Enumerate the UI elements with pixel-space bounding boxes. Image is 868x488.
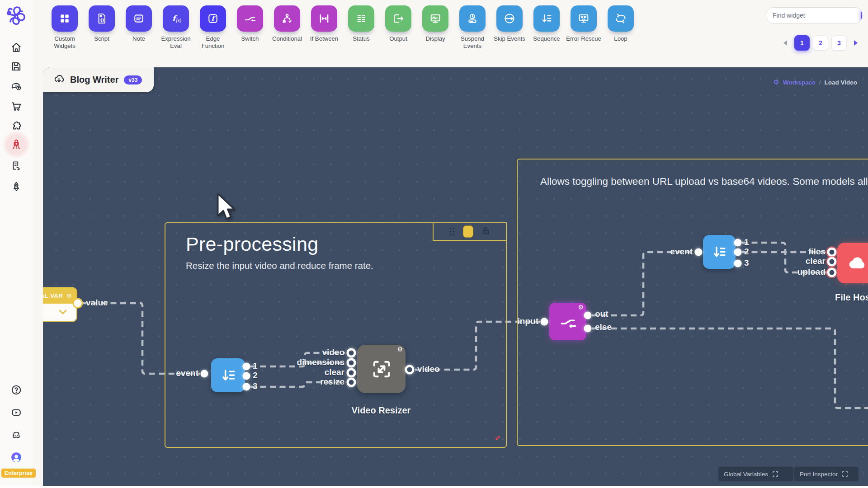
group-subtitle: Resize the input video and reduce frame … [186,260,373,271]
widget-custom-widgets[interactable]: Custom Widgets [46,5,83,49]
sidebar-item-launch[interactable] [10,181,22,192]
flow-tab[interactable]: Blog Writer v33 [43,67,154,92]
port-resize-in[interactable] [347,378,356,387]
sidebar-item-plugins[interactable] [10,120,22,132]
group-preprocessing[interactable]: Pre-processing Resize the input video an… [165,222,507,448]
port-seq2-2[interactable] [734,249,742,256]
port-upload-in[interactable] [827,268,837,277]
flow-canvas[interactable]: Blog Writer v33 ⚙ Workspace / Load Video… [43,67,868,486]
port-input-in[interactable] [541,318,548,326]
widget-switch[interactable]: Switch [231,5,269,49]
port-clear-in[interactable] [347,368,356,378]
port-seq-2[interactable] [243,372,250,380]
port-video-in[interactable] [347,348,356,358]
port-seq2-1[interactable] [734,239,742,247]
port-out[interactable] [584,312,592,319]
search-button[interactable] [861,8,863,23]
widget-edge-function[interactable]: f Edge Function [194,5,231,49]
node-global-var[interactable]: GLOBAL VAR ⚙ [43,288,76,321]
expand-icon [842,471,848,477]
widget-status[interactable]: Status [343,5,380,49]
port-clear2-in[interactable] [827,257,837,267]
port-seq-3[interactable] [243,383,250,391]
script-file-icon [89,5,115,32]
widget-display[interactable]: Display [417,5,454,49]
chevron-left-icon [783,40,787,46]
sidebar-item-videos[interactable] [10,407,22,418]
port-value-out[interactable] [74,300,82,307]
if-between-icon [311,5,337,32]
node-file-host[interactable] [837,243,868,283]
port-event2-in[interactable] [695,249,703,256]
port-else[interactable] [584,325,592,333]
sidebar-item-save[interactable] [10,61,22,72]
port-files-in[interactable] [827,248,837,257]
port-label-r1: 1 [744,237,749,247]
sidebar-item-secrets[interactable] [10,139,22,150]
widget-output[interactable]: Output [380,5,417,49]
page-button-2[interactable]: 2 [813,35,828,51]
gear-icon[interactable]: ⚙ [578,304,584,310]
sidebar-item-cart[interactable] [10,100,22,112]
node-video-resizer[interactable]: ⚙ [357,345,406,393]
sidebar-item-home[interactable] [10,42,22,53]
port-seq-1[interactable] [243,363,250,371]
widget-list: Custom Widgets Script Note f(x) Expressi… [46,5,639,49]
group-upload-toggle[interactable]: Allows toggling between URL upload vs ba… [517,159,868,446]
sidebar-item-account-avatar[interactable] [10,451,22,463]
widget-note[interactable]: Note [120,5,157,49]
global-variables-label: Global Variables [724,471,768,478]
port-label-2: 2 [253,371,258,380]
switch-icon [237,5,263,32]
group-color-swatch[interactable] [463,225,473,238]
widget-toolbar: Custom Widgets Script Note f(x) Expressi… [33,0,868,67]
group-resize-icon[interactable] [495,434,500,442]
widget-suspend-events[interactable]: Suspend Events [454,5,491,49]
sidebar-item-help[interactable] [10,384,22,396]
widget-loop[interactable]: Loop [602,5,639,49]
resize-icon [370,357,393,381]
port-video-out[interactable] [405,365,415,375]
port-event-in[interactable] [201,370,208,378]
node-sequence-left[interactable] [211,358,245,392]
unlock-icon[interactable] [481,226,490,237]
widget-script[interactable]: Script [83,5,120,49]
prev-page-button[interactable] [779,37,791,49]
search-input[interactable] [766,12,861,19]
global-var-select[interactable] [43,304,76,321]
widget-conditional[interactable]: Conditional [269,5,306,49]
sequence-icon [711,244,727,260]
app-logo-icon[interactable] [5,5,28,27]
breadcrumb-workspace[interactable]: Workspace [783,79,816,86]
note-icon [126,5,152,32]
port-label-files: files [808,247,826,257]
gear-icon[interactable]: ⚙ [397,346,403,352]
widget-skip-events[interactable]: Skip Events [491,5,528,49]
grid-icon [52,5,78,32]
sidebar-item-contracts[interactable] [10,160,22,172]
sidebar-item-discord[interactable] [10,429,22,441]
next-page-button[interactable] [850,37,862,49]
widget-sequence[interactable]: Sequence [528,5,565,49]
gear-icon[interactable]: ⚙ [66,292,72,299]
drag-handle-icon[interactable] [450,228,455,236]
port-seq2-3[interactable] [734,260,742,267]
global-variables-button[interactable]: Global Variables [718,466,794,482]
widget-if-between[interactable]: If Between [306,5,343,49]
widget-expression-eval[interactable]: f(x) Expression Eval [157,5,194,49]
gear-icon[interactable]: ⚙ [773,78,779,86]
port-dimensions-in[interactable] [347,358,356,368]
page-button-3[interactable]: 3 [831,35,847,51]
node-switch[interactable]: ⚙ [549,303,586,340]
display-icon [422,5,448,32]
sidebar-item-deliveries[interactable] [10,80,22,92]
port-inspector-button[interactable]: Port Inspector [794,466,859,482]
widget-error-rescue[interactable]: Error Rescue [565,5,602,49]
node-sequence-right[interactable] [703,235,736,269]
chevron-down-icon [57,308,68,317]
port-label-dimensions: dimensions [297,357,344,367]
breadcrumb-separator: / [819,79,821,86]
cloud-download-icon [53,74,65,86]
page-button-1[interactable]: 1 [794,35,810,51]
widget-search [766,7,863,23]
